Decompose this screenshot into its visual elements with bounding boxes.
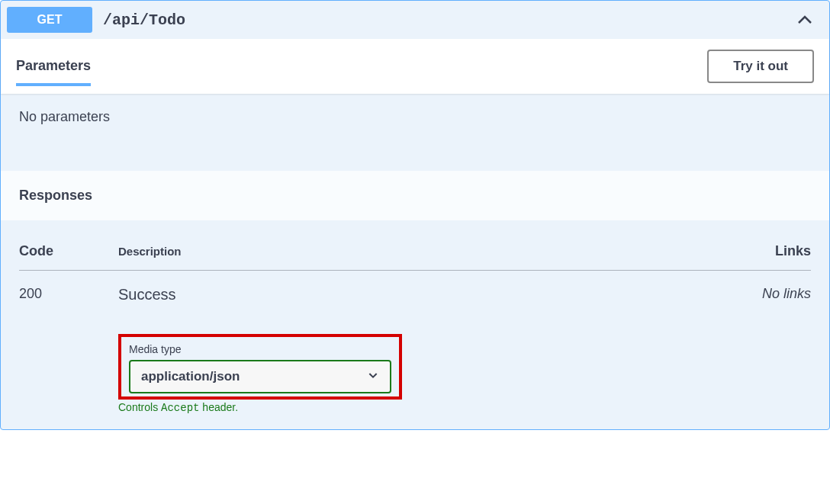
col-header-code: Code	[19, 243, 118, 271]
media-type-select[interactable]: application/json	[129, 360, 391, 393]
try-it-out-button[interactable]: Try it out	[707, 50, 814, 83]
media-type-label: Media type	[129, 343, 391, 355]
http-method-badge: GET	[7, 7, 92, 33]
col-header-links: Links	[742, 243, 811, 271]
parameters-body: No parameters	[1, 94, 829, 171]
no-parameters-text: No parameters	[19, 109, 110, 124]
operation-summary-row[interactable]: GET /api/Todo	[1, 1, 829, 39]
media-type-highlight-box: Media type application/json	[118, 334, 402, 400]
media-type-selected-value: application/json	[141, 369, 240, 384]
endpoint-path: /api/Todo	[103, 11, 796, 29]
col-header-description: Description	[118, 243, 742, 271]
responses-body: Code Description Links 200 Success Media…	[1, 220, 829, 429]
accept-header-hint: Controls Accept header.	[118, 401, 742, 414]
chevron-down-icon	[367, 369, 379, 384]
response-code: 200	[19, 271, 118, 415]
parameters-header: Parameters Try it out	[1, 39, 829, 94]
collapse-chevron-up-icon[interactable]	[796, 11, 814, 29]
response-row: 200 Success Media type application/json	[19, 271, 811, 415]
response-links: No links	[742, 271, 811, 415]
responses-heading: Responses	[1, 171, 829, 220]
api-operation-block: GET /api/Todo Parameters Try it out No p…	[0, 0, 830, 430]
parameters-tab[interactable]: Parameters	[16, 58, 91, 86]
responses-table: Code Description Links 200 Success Media…	[19, 243, 811, 414]
response-description: Success	[118, 286, 742, 303]
